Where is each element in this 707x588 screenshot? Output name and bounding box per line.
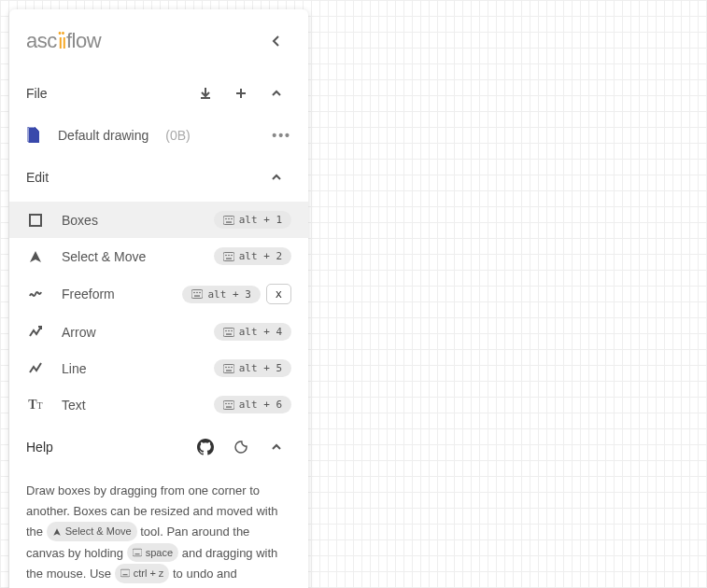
svg-rect-34 bbox=[122, 575, 127, 576]
freeform-icon bbox=[26, 287, 45, 301]
keyboard-icon bbox=[223, 400, 234, 410]
file-section-header: File bbox=[9, 69, 308, 118]
tool-label: Text bbox=[62, 398, 86, 413]
svg-rect-30 bbox=[226, 406, 232, 407]
tool-freeform[interactable]: Freeform alt + 3 x bbox=[9, 274, 308, 314]
arrow-icon bbox=[26, 325, 45, 340]
svg-point-12 bbox=[194, 292, 196, 294]
tool-select-move[interactable]: Select & Move alt + 2 bbox=[9, 238, 308, 274]
svg-point-19 bbox=[231, 329, 233, 331]
help-section-header: Help bbox=[9, 423, 308, 471]
svg-point-2 bbox=[225, 217, 227, 219]
svg-point-17 bbox=[225, 329, 227, 331]
tool-label: Select & Move bbox=[62, 249, 146, 264]
tool-label: Line bbox=[62, 361, 86, 376]
line-icon bbox=[26, 361, 45, 376]
svg-rect-10 bbox=[226, 258, 232, 259]
svg-point-8 bbox=[228, 254, 230, 256]
svg-rect-5 bbox=[226, 221, 232, 222]
collapse-panel-button[interactable] bbox=[262, 26, 291, 56]
tool-line[interactable]: Line alt + 5 bbox=[9, 350, 308, 386]
tool-arrow[interactable]: Arrow alt + 4 bbox=[9, 314, 308, 350]
cursor-icon bbox=[26, 249, 45, 264]
space-chip: space bbox=[127, 543, 178, 563]
dark-mode-button[interactable] bbox=[226, 432, 256, 462]
svg-point-14 bbox=[200, 292, 202, 294]
svg-rect-33 bbox=[120, 570, 130, 578]
keyboard-icon bbox=[223, 252, 234, 261]
shortcut-badge: alt + 3 bbox=[182, 286, 260, 303]
boxes-icon bbox=[26, 213, 45, 228]
svg-point-3 bbox=[228, 217, 230, 219]
edit-collapse-button[interactable] bbox=[262, 162, 291, 192]
shortcut-badge: alt + 5 bbox=[214, 359, 291, 377]
svg-rect-25 bbox=[226, 370, 232, 371]
svg-point-9 bbox=[231, 254, 233, 256]
svg-rect-6 bbox=[223, 252, 234, 260]
svg-point-24 bbox=[231, 366, 233, 368]
svg-rect-0 bbox=[30, 215, 41, 226]
select-move-chip: Select & Move bbox=[47, 522, 137, 541]
svg-rect-20 bbox=[226, 333, 232, 334]
svg-point-28 bbox=[228, 402, 230, 404]
download-button[interactable] bbox=[191, 78, 220, 108]
file-item[interactable]: Default drawing (0B) ••• bbox=[9, 118, 308, 153]
keyboard-icon bbox=[191, 289, 203, 299]
tool-label: Freeform bbox=[62, 287, 115, 301]
svg-rect-32 bbox=[134, 553, 139, 554]
svg-point-4 bbox=[231, 217, 233, 219]
svg-point-22 bbox=[225, 366, 227, 368]
shortcut-badge: alt + 6 bbox=[214, 396, 291, 413]
tool-label: Arrow bbox=[62, 325, 96, 340]
help-collapse-button[interactable] bbox=[262, 432, 291, 462]
svg-point-29 bbox=[231, 402, 233, 404]
add-button[interactable] bbox=[226, 78, 256, 108]
file-section-label: File bbox=[26, 86, 48, 101]
svg-rect-31 bbox=[133, 549, 142, 556]
shortcut-badge: alt + 1 bbox=[214, 211, 291, 229]
svg-rect-21 bbox=[223, 364, 234, 372]
help-text: Draw boxes by dragging from one corner t… bbox=[9, 471, 308, 588]
tool-text[interactable]: TT Text alt + 6 bbox=[9, 386, 308, 423]
svg-point-27 bbox=[225, 402, 227, 404]
file-name: Default drawing bbox=[58, 128, 148, 143]
file-more-button[interactable]: ••• bbox=[272, 128, 291, 143]
svg-rect-16 bbox=[223, 328, 234, 336]
svg-point-13 bbox=[197, 292, 199, 294]
help-section-label: Help bbox=[26, 440, 53, 455]
edit-section-header: Edit bbox=[9, 153, 308, 202]
tool-boxes[interactable]: Boxes alt + 1 bbox=[9, 202, 308, 238]
text-icon: TT bbox=[26, 398, 45, 413]
svg-point-23 bbox=[228, 366, 230, 368]
undo-chip: ctrl + z bbox=[115, 564, 170, 583]
file-size: (0B) bbox=[165, 128, 190, 143]
shortcut-badge: alt + 4 bbox=[214, 323, 291, 341]
svg-point-7 bbox=[225, 254, 227, 256]
svg-rect-11 bbox=[191, 290, 203, 299]
app-logo: asc ••ıı flow bbox=[26, 29, 101, 53]
file-icon bbox=[26, 127, 41, 144]
keyboard-icon bbox=[223, 328, 234, 337]
svg-rect-26 bbox=[223, 400, 234, 409]
file-collapse-button[interactable] bbox=[262, 78, 291, 108]
side-panel: asc ••ıı flow File Default drawing (0B) bbox=[9, 9, 308, 588]
github-link[interactable] bbox=[191, 432, 220, 462]
tool-label: Boxes bbox=[62, 213, 98, 228]
freeform-char-button[interactable]: x bbox=[266, 284, 291, 304]
shortcut-badge: alt + 2 bbox=[214, 247, 291, 265]
svg-point-18 bbox=[228, 329, 230, 331]
svg-rect-1 bbox=[223, 216, 234, 224]
svg-rect-15 bbox=[194, 296, 200, 297]
keyboard-icon bbox=[223, 364, 234, 373]
keyboard-icon bbox=[223, 216, 234, 225]
edit-section-label: Edit bbox=[26, 170, 49, 185]
